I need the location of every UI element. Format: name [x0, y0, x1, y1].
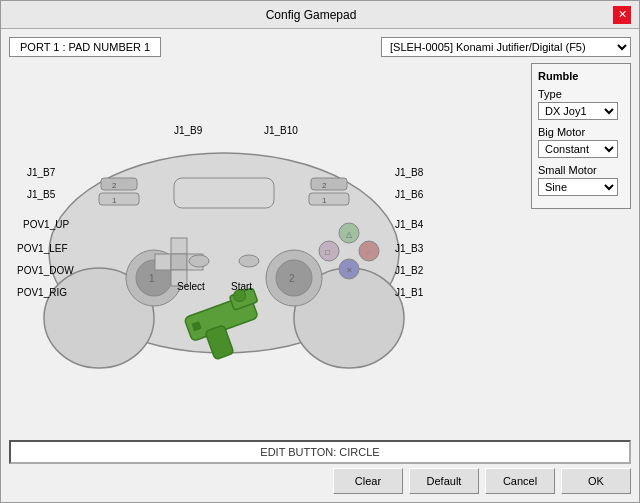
- port-label: PORT 1 : PAD NUMBER 1: [9, 37, 161, 57]
- gamepad-area: 1 2: [9, 63, 523, 434]
- label-j1b7: J1_B7: [27, 167, 55, 178]
- edit-button-label: EDIT BUTTON: CIRCLE: [9, 440, 631, 464]
- main-area: 1 2: [9, 63, 631, 434]
- rumble-bigmotor-select[interactable]: Constant Sine Square: [538, 140, 618, 158]
- label-j1b6: J1_B6: [395, 189, 423, 200]
- svg-text:2: 2: [112, 181, 117, 190]
- cancel-button[interactable]: Cancel: [485, 468, 555, 494]
- svg-rect-29: [309, 193, 349, 205]
- rumble-smallmotor-select[interactable]: Sine Constant Square: [538, 178, 618, 196]
- label-pov1up: POV1_UP: [23, 219, 69, 230]
- svg-text:2: 2: [322, 181, 327, 190]
- rumble-title: Rumble: [538, 70, 624, 82]
- ok-button[interactable]: OK: [561, 468, 631, 494]
- label-j1b10: J1_B10: [264, 125, 298, 136]
- label-pov1down: POV1_DOW: [17, 265, 74, 276]
- label-select: Select: [177, 281, 205, 292]
- svg-rect-25: [99, 193, 139, 205]
- label-pov1left: POV1_LEF: [17, 243, 68, 254]
- svg-rect-10: [171, 238, 187, 254]
- gamepad-svg: 1 2: [9, 63, 439, 373]
- svg-text:1: 1: [149, 273, 155, 284]
- bottom-bar: EDIT BUTTON: CIRCLE Clear Default Cancel…: [9, 440, 631, 494]
- svg-rect-11: [155, 254, 171, 270]
- top-row: PORT 1 : PAD NUMBER 1 [SLEH-0005] Konami…: [9, 37, 631, 57]
- main-window: Config Gamepad ✕ PORT 1 : PAD NUMBER 1 […: [0, 0, 640, 503]
- svg-point-16: [239, 255, 259, 267]
- svg-rect-31: [311, 178, 347, 190]
- title-bar: Config Gamepad ✕: [1, 1, 639, 29]
- label-j1b3: J1_B3: [395, 243, 423, 254]
- svg-rect-12: [171, 254, 187, 270]
- clear-button[interactable]: Clear: [333, 468, 403, 494]
- svg-text:1: 1: [322, 196, 327, 205]
- svg-text:○: ○: [366, 248, 371, 257]
- rumble-bigmotor-label: Big Motor: [538, 126, 624, 138]
- device-select[interactable]: [SLEH-0005] Konami Jutifier/Digital (F5): [381, 37, 631, 57]
- svg-text:✕: ✕: [346, 266, 353, 275]
- button-row: Clear Default Cancel OK: [9, 468, 631, 494]
- svg-text:△: △: [346, 230, 353, 239]
- device-selector-wrapper: [SLEH-0005] Konami Jutifier/Digital (F5): [381, 37, 631, 57]
- rumble-type-field: Type DX Joy1 DX Joy2: [538, 88, 624, 120]
- svg-point-15: [189, 255, 209, 267]
- rumble-smallmotor-field: Small Motor Sine Constant Square: [538, 164, 624, 196]
- label-j1b8: J1_B8: [395, 167, 423, 178]
- label-j1b4: J1_B4: [395, 219, 423, 230]
- right-panel: Rumble Type DX Joy1 DX Joy2 Big Motor Co…: [531, 63, 631, 434]
- svg-text:1: 1: [112, 196, 117, 205]
- svg-text:2: 2: [289, 273, 295, 284]
- label-j1b9: J1_B9: [174, 125, 202, 136]
- content-area: PORT 1 : PAD NUMBER 1 [SLEH-0005] Konami…: [1, 29, 639, 502]
- rumble-type-label: Type: [538, 88, 624, 100]
- close-button[interactable]: ✕: [613, 6, 631, 24]
- default-button[interactable]: Default: [409, 468, 479, 494]
- window-title: Config Gamepad: [9, 8, 613, 22]
- rumble-group: Rumble Type DX Joy1 DX Joy2 Big Motor Co…: [531, 63, 631, 209]
- svg-text:□: □: [325, 248, 330, 257]
- label-j1b5: J1_B5: [27, 189, 55, 200]
- label-start: Start: [231, 281, 252, 292]
- svg-rect-27: [101, 178, 137, 190]
- rumble-smallmotor-label: Small Motor: [538, 164, 624, 176]
- rumble-bigmotor-field: Big Motor Constant Sine Square: [538, 126, 624, 158]
- rumble-type-select[interactable]: DX Joy1 DX Joy2: [538, 102, 618, 120]
- label-j1b2: J1_B2: [395, 265, 423, 276]
- label-pov1right: POV1_RIG: [17, 287, 67, 298]
- svg-rect-3: [174, 178, 274, 208]
- label-j1b1: J1_B1: [395, 287, 423, 298]
